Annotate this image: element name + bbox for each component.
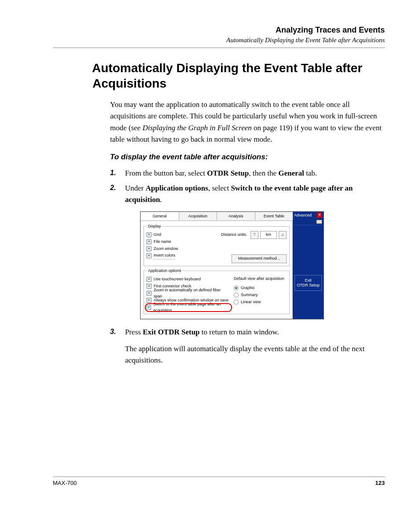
step-result: The application will automatically displ…: [125, 343, 385, 367]
tab-analysis[interactable]: Analysis: [217, 212, 255, 220]
step-text: , select: [208, 184, 231, 192]
step-text: Under: [125, 184, 146, 192]
keyboard-icon[interactable]: [316, 220, 322, 224]
tab-event-table[interactable]: Event Table: [255, 212, 294, 220]
step-text: Press: [125, 328, 143, 336]
step-number: 3.: [110, 327, 116, 338]
exit-otdr-setup-button[interactable]: Exit OTDR Setup: [295, 275, 322, 291]
close-icon[interactable]: ×: [317, 213, 322, 218]
step-number: 1.: [110, 168, 116, 179]
advanced-button[interactable]: Advanced: [294, 213, 312, 219]
step-bold: OTDR Setup: [207, 169, 249, 177]
linear-radio[interactable]: [234, 300, 239, 305]
otdr-setup-screenshot: General Acquisition Analysis Event Table…: [140, 211, 324, 319]
display-group-label: Display: [147, 224, 162, 230]
touchscreen-label: Use touchscreen keyboard: [154, 276, 201, 283]
distance-down-button[interactable]: ▽: [251, 231, 258, 239]
procedure-heading: To display the event table after acquisi…: [110, 151, 385, 163]
zoom-window-checkbox[interactable]: ×: [147, 246, 151, 251]
graphic-label: Graphic: [241, 285, 255, 291]
graphic-radio[interactable]: [234, 286, 239, 290]
file-name-label: File name: [154, 239, 171, 245]
header-rule: [53, 48, 385, 48]
distance-unit-value: km: [260, 231, 277, 239]
touchscreen-checkbox[interactable]: ×: [147, 277, 151, 282]
switch-event-checkbox[interactable]: ×: [147, 305, 151, 310]
step-number: 2.: [110, 183, 116, 194]
always-confirm-checkbox[interactable]: ×: [147, 298, 151, 303]
step-text: From the button bar, select: [125, 169, 207, 177]
distance-up-button[interactable]: △: [279, 231, 287, 239]
measurement-method-button[interactable]: Measurement method...: [232, 254, 287, 263]
summary-radio[interactable]: [234, 293, 239, 297]
exit-label-line2: OTDR Setup: [297, 283, 320, 287]
step-text: to return to main window.: [200, 328, 279, 336]
linear-label: Linear view: [241, 299, 261, 305]
invert-colors-checkbox[interactable]: ×: [147, 253, 151, 258]
section-title: Automatically Displaying the Event Table…: [53, 60, 385, 91]
step-2: 2. Under Application options, select Swi…: [110, 183, 385, 319]
step-bold: Application options: [146, 184, 208, 192]
step-bold: Exit OTDR Setup: [143, 328, 199, 336]
zoom-window-label: Zoom window: [154, 246, 178, 252]
invert-colors-label: Invert colors: [154, 253, 175, 260]
distance-units-label: Distance units:: [221, 232, 247, 238]
grid-checkbox[interactable]: ×: [147, 232, 151, 237]
switch-event-label: Switch to the event table page after an …: [153, 301, 230, 314]
first-connector-checkbox[interactable]: ×: [147, 284, 151, 289]
intro-paragraph: You may want the application to automati…: [110, 99, 385, 145]
section-subtitle: Automatically Displaying the Event Table…: [53, 37, 385, 44]
summary-label: Summary: [241, 292, 258, 298]
step-1: 1. From the button bar, select OTDR Setu…: [110, 168, 385, 179]
step-bold: General: [278, 169, 304, 177]
tab-acquisition[interactable]: Acquisition: [179, 212, 217, 220]
application-options-group: Application options Default view after a…: [144, 268, 290, 314]
page-number: 123: [375, 480, 385, 486]
tab-general[interactable]: General: [140, 212, 179, 220]
default-view-label: Default view after acquisition: [234, 276, 287, 282]
step-text: .: [160, 195, 162, 204]
file-name-checkbox[interactable]: ×: [147, 239, 151, 244]
grid-label: Grid: [154, 232, 161, 238]
zoom-auto-checkbox[interactable]: ×: [147, 291, 151, 296]
cross-reference: Displaying the Graph in Full Screen: [143, 124, 252, 132]
step-text: , then the: [249, 169, 278, 177]
application-options-group-label: Application options: [147, 268, 183, 274]
step-text: tab.: [304, 169, 317, 177]
step-3: 3. Press Exit OTDR Setup to return to ma…: [110, 327, 385, 367]
display-group: Display × Grid Distance units: ▽ km △: [144, 224, 290, 266]
footer-product: MAX-700: [53, 480, 77, 486]
exit-label-line1: Exit: [305, 278, 311, 283]
chapter-title: Analyzing Traces and Events: [53, 26, 385, 35]
